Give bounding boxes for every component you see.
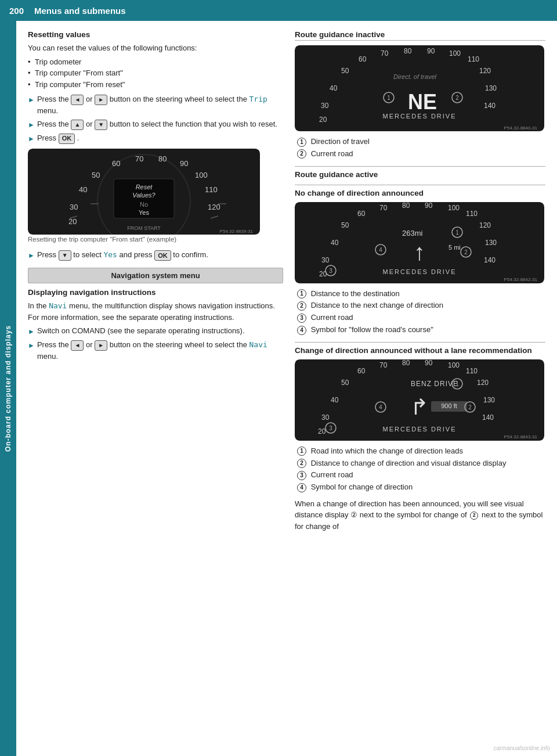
svg-text:130: 130 — [483, 396, 495, 404]
desc-item: 2 Distance to change of direction and vi… — [295, 458, 545, 470]
nav-para1-before: In the — [28, 301, 49, 310]
svg-text:90: 90 — [425, 359, 433, 367]
svg-text:70: 70 — [379, 204, 388, 212]
svg-text:1: 1 — [455, 229, 459, 236]
confirm-and: and press — [120, 250, 155, 259]
arrow-icon: ► — [28, 120, 35, 130]
circle-ref-inline: 2 — [470, 512, 478, 520]
step2-text-before: Press the — [37, 120, 71, 128]
resetting-intro: You can reset the values of the followin… — [28, 42, 283, 54]
svg-text:30: 30 — [321, 102, 329, 110]
svg-text:70: 70 — [379, 361, 388, 369]
displaying-nav-heading: Displaying navigation instructions — [28, 288, 283, 297]
svg-text:110: 110 — [468, 55, 479, 63]
watermark: carmanualsonline.info — [494, 745, 550, 751]
nav-step2-after: button on the steering wheel to select t… — [110, 340, 249, 349]
step1-or: or — [86, 95, 95, 103]
navi-code2: Navi — [249, 340, 267, 349]
svg-text:3: 3 — [329, 268, 332, 274]
svg-text:90: 90 — [425, 202, 433, 210]
svg-text:140: 140 — [482, 413, 494, 422]
change-announced-desc: 1 Road into which the change of directio… — [295, 445, 545, 494]
svg-text:1: 1 — [387, 95, 390, 101]
main-content: Resetting values You can reset the value… — [16, 21, 557, 543]
svg-text:MERCEDES DRIVE: MERCEDES DRIVE — [382, 113, 456, 120]
desc-item: 2 Distance to the next change of directi… — [295, 300, 545, 312]
svg-text:4: 4 — [379, 247, 382, 253]
step3-text-after: . — [77, 134, 79, 142]
step1-text-end: menu. — [37, 106, 58, 115]
trip-code: Trip — [249, 95, 267, 103]
nav-step2-or: or — [86, 340, 95, 349]
divider3 — [295, 342, 545, 343]
svg-text:5 mi: 5 mi — [449, 244, 461, 251]
divider — [295, 166, 545, 167]
desc-item: 4 Symbol for "follow the road's course" — [295, 324, 545, 336]
svg-text:Reset: Reset — [136, 183, 153, 190]
svg-text:No: No — [140, 201, 148, 208]
arrow-icon: ► — [28, 250, 35, 261]
confirm-text-middle: to select — [73, 250, 103, 259]
svg-text:1: 1 — [455, 381, 459, 387]
closing-para: When a change of direction has been anno… — [295, 498, 545, 532]
svg-text:140: 140 — [484, 102, 495, 110]
svg-text:60: 60 — [357, 367, 366, 375]
svg-text:30: 30 — [70, 203, 78, 211]
svg-text:90: 90 — [180, 159, 188, 168]
btn-ok: OK — [59, 134, 75, 144]
nav-step1-text: Switch on COMAND (see the separate opera… — [37, 325, 245, 337]
svg-text:130: 130 — [485, 84, 497, 92]
page-number: 200 — [9, 6, 24, 16]
arrow-icon: ► — [28, 340, 35, 351]
svg-text:Values?: Values? — [132, 192, 155, 199]
svg-text:BENZ DRIVE: BENZ DRIVE — [411, 380, 458, 388]
svg-text:130: 130 — [485, 239, 497, 247]
svg-text:2: 2 — [468, 404, 472, 411]
route-active-heading: Route guidance active — [295, 170, 545, 179]
desc-item: 1 Distance to the destination — [295, 288, 545, 300]
navi-code: Navi — [49, 301, 67, 310]
svg-text:40: 40 — [331, 396, 339, 404]
step1-text-before: Press the — [37, 95, 71, 103]
svg-text:900 ft: 900 ft — [441, 402, 457, 409]
svg-text:MERCEDES  DRIVE: MERCEDES DRIVE — [382, 426, 456, 433]
desc-item: 1 Road into which the change of directio… — [295, 445, 545, 458]
svg-text:50: 50 — [92, 171, 100, 179]
svg-text:50: 50 — [341, 221, 349, 229]
svg-text:263mi: 263mi — [402, 229, 423, 237]
step-2: ► Press the ▲ or ▼ button to select the … — [28, 118, 283, 130]
btn-up: ▲ — [71, 120, 84, 130]
svg-text:FROM START: FROM START — [127, 225, 161, 231]
btn-down: ▼ — [95, 120, 107, 130]
svg-text:80: 80 — [158, 154, 167, 163]
nav-para1: In the Navi menu, the multifunction disp… — [28, 300, 283, 323]
btn-left-nav: ◄ — [71, 340, 84, 351]
step1-text-after: button on the steering wheel to select t… — [110, 95, 249, 103]
sidebar-label: On-board computer and displays — [0, 21, 16, 756]
svg-text:2: 2 — [464, 249, 468, 255]
svg-text:80: 80 — [402, 359, 410, 367]
svg-text:Direct. of travel: Direct. of travel — [393, 73, 437, 80]
change-announced-image: 50 60 70 80 90 100 110 120 130 140 40 30… — [295, 359, 545, 441]
svg-text:120: 120 — [479, 221, 491, 229]
svg-text:4: 4 — [379, 404, 382, 411]
header-title: Menus and submenus — [34, 6, 126, 16]
svg-text:100: 100 — [448, 361, 460, 369]
desc-item: 3 Current road — [295, 469, 545, 481]
right-column: Route guidance inactive 50 60 70 80 90 1… — [295, 30, 545, 534]
svg-text:P54.32-8842-31: P54.32-8842-31 — [504, 277, 538, 282]
svg-text:120: 120 — [477, 379, 489, 387]
no-change-heading: No change of direction announced — [295, 189, 545, 197]
svg-text:↑: ↑ — [414, 239, 425, 265]
btn-down-confirm: ▼ — [59, 250, 71, 261]
arrow-icon: ► — [28, 95, 35, 105]
confirm-text-end: to confirm. — [173, 250, 208, 259]
divider2 — [295, 185, 545, 185]
svg-text:100: 100 — [195, 171, 208, 179]
svg-text:↱: ↱ — [410, 395, 429, 419]
svg-text:NE: NE — [408, 90, 437, 114]
btn-ok-confirm: OK — [154, 250, 171, 261]
svg-text:60: 60 — [112, 159, 120, 168]
route-inactive-image: 50 60 70 80 90 100 110 120 130 140 40 30… — [295, 45, 545, 131]
svg-text:40: 40 — [79, 185, 87, 194]
